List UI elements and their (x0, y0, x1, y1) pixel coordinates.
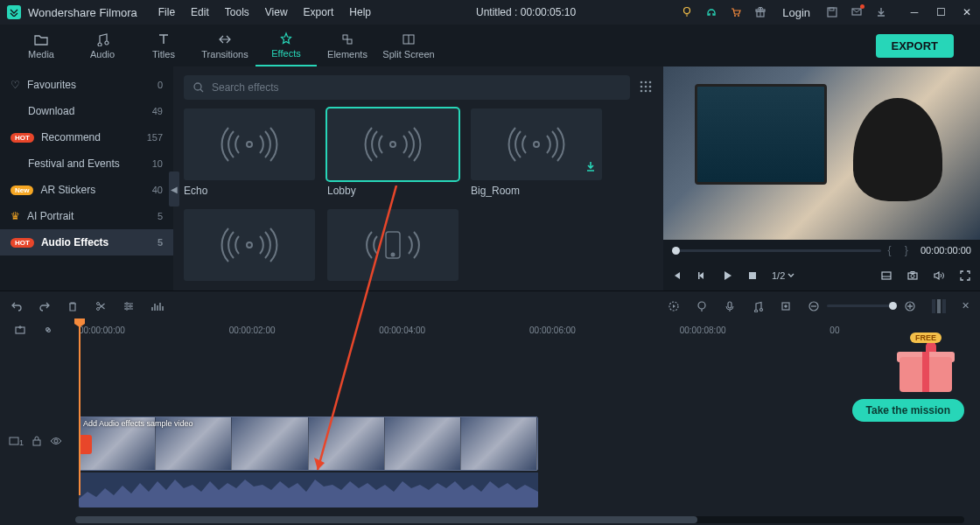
svg-rect-28 (749, 272, 756, 279)
export-button[interactable]: EXPORT (876, 34, 954, 58)
lightbulb-icon[interactable] (681, 6, 693, 18)
video-clip[interactable]: Add Audio effects sample video (79, 416, 538, 471)
music-button[interactable] (752, 300, 764, 312)
prev-frame-button[interactable] (672, 270, 682, 281)
svg-point-31 (911, 275, 914, 278)
timeline-scrollbar[interactable] (75, 516, 964, 523)
maximize-button[interactable]: ☐ (934, 6, 947, 18)
audio-mixer-button[interactable] (150, 300, 164, 312)
play-button[interactable] (721, 270, 733, 282)
svg-rect-8 (343, 35, 347, 39)
search-input[interactable]: Search effects (184, 75, 630, 100)
delete-button[interactable] (66, 300, 79, 312)
fullscreen-icon[interactable] (959, 270, 971, 282)
stop-button[interactable] (747, 270, 758, 281)
effect-card-echo[interactable]: Echo (184, 108, 315, 197)
zoom-to-fit-button[interactable] (932, 299, 946, 313)
audio-waveform[interactable] (79, 472, 538, 508)
link-button[interactable] (42, 324, 54, 338)
zoom-in-button[interactable] (904, 300, 916, 312)
redo-button[interactable] (38, 300, 51, 312)
svg-point-16 (645, 85, 648, 88)
take-mission-button[interactable]: Take the mission (852, 399, 964, 422)
effect-card-phone[interactable] (327, 209, 458, 281)
sidebar-collapse-handle[interactable]: ◀ (169, 172, 179, 206)
menu-view[interactable]: View (265, 6, 288, 18)
message-icon[interactable] (850, 6, 863, 18)
svg-point-26 (392, 254, 395, 256)
save-icon[interactable] (826, 6, 838, 18)
gift-icon[interactable] (754, 6, 766, 18)
preview-scale[interactable]: 1/2 (772, 270, 794, 281)
gift-box-icon[interactable] (900, 343, 952, 392)
effect-card-big-room[interactable]: Big_Room (471, 108, 602, 197)
tab-elements[interactable]: Elements (317, 24, 378, 66)
tab-split-screen[interactable]: Split Screen (378, 24, 439, 66)
zoom-out-button[interactable] (808, 300, 820, 312)
marker-button[interactable] (696, 300, 708, 312)
svg-point-20 (649, 89, 652, 92)
tab-effects[interactable]: Effects (256, 24, 317, 66)
preview-scrubber[interactable] (672, 249, 881, 252)
settings-button[interactable] (122, 300, 135, 312)
tab-audio[interactable]: Audio (72, 24, 133, 66)
hot-badge: HOT (10, 133, 34, 143)
svg-point-18 (640, 89, 643, 92)
menu-help[interactable]: Help (349, 6, 371, 18)
project-title: Untitled : 00:00:05:10 (371, 6, 681, 18)
download-icon[interactable] (875, 6, 887, 18)
sidebar-item-audio-effects[interactable]: HOTAudio Effects5 (0, 229, 173, 256)
track-video-icon[interactable]: 1 (9, 437, 24, 447)
tab-transitions[interactable]: Transitions (194, 24, 256, 66)
volume-icon[interactable] (933, 270, 945, 282)
svg-rect-41 (784, 304, 788, 307)
menu-file[interactable]: File (158, 6, 175, 18)
split-button[interactable] (94, 300, 107, 312)
preview-video[interactable] (663, 66, 980, 240)
snapshot-icon[interactable] (906, 270, 919, 282)
quality-icon[interactable] (880, 270, 892, 282)
headset-icon[interactable] (705, 6, 718, 18)
cart-icon[interactable] (730, 6, 742, 18)
render-button[interactable] (668, 300, 680, 312)
close-button[interactable]: ✕ (961, 6, 973, 18)
sidebar-item-download[interactable]: Download49 (0, 98, 173, 124)
menu-tools[interactable]: Tools (225, 6, 249, 18)
zoom-slider[interactable] (827, 304, 897, 307)
app-name: Wondershare Filmora (28, 6, 137, 19)
effect-card-lobby[interactable]: Lobby (327, 108, 458, 197)
sidebar-item-ai-portrait[interactable]: ♛AI Portrait5 (0, 203, 173, 229)
menu-edit[interactable]: Edit (191, 6, 209, 18)
sidebar-item-festival[interactable]: Festival and Events10 (0, 150, 173, 177)
soundwave-icon (493, 122, 580, 166)
svg-point-12 (640, 80, 643, 83)
minimize-button[interactable]: ─ (908, 6, 920, 18)
playhead[interactable] (79, 320, 80, 495)
search-icon (192, 81, 205, 94)
login-link[interactable]: Login (782, 6, 810, 19)
sidebar-item-ar-stickers[interactable]: NewAR Stickers40 (0, 177, 173, 203)
effect-card-4[interactable] (184, 209, 315, 281)
undo-button[interactable] (10, 300, 23, 312)
folder-icon (33, 32, 49, 47)
grid-view-icon[interactable] (639, 80, 653, 96)
svg-point-37 (126, 307, 128, 309)
close-panel-button[interactable]: ✕ (962, 300, 970, 312)
hot-badge: HOT (10, 238, 34, 248)
tab-media[interactable]: Media (10, 24, 72, 66)
marker-braces-icon[interactable]: { } (888, 244, 914, 256)
svg-point-47 (54, 439, 58, 443)
timeline-ruler[interactable]: 00:00:00:00 00:00:02:00 00:00:04:00 00:0… (0, 320, 980, 340)
menu-export[interactable]: Export (304, 6, 334, 18)
eye-icon[interactable] (50, 437, 62, 447)
add-track-button[interactable] (14, 324, 26, 338)
sidebar-item-favourites[interactable]: ♡Favourites0 (0, 72, 173, 98)
svg-point-0 (684, 8, 690, 14)
keyframe-button[interactable] (780, 300, 792, 312)
main-tabs: Media Audio Titles Transitions Effects E… (0, 24, 980, 66)
voiceover-button[interactable] (724, 300, 736, 312)
lock-icon[interactable] (32, 436, 41, 448)
step-back-button[interactable] (696, 270, 707, 281)
sidebar-item-recommend[interactable]: HOTRecommend157 (0, 124, 173, 150)
tab-titles[interactable]: Titles (133, 24, 194, 66)
